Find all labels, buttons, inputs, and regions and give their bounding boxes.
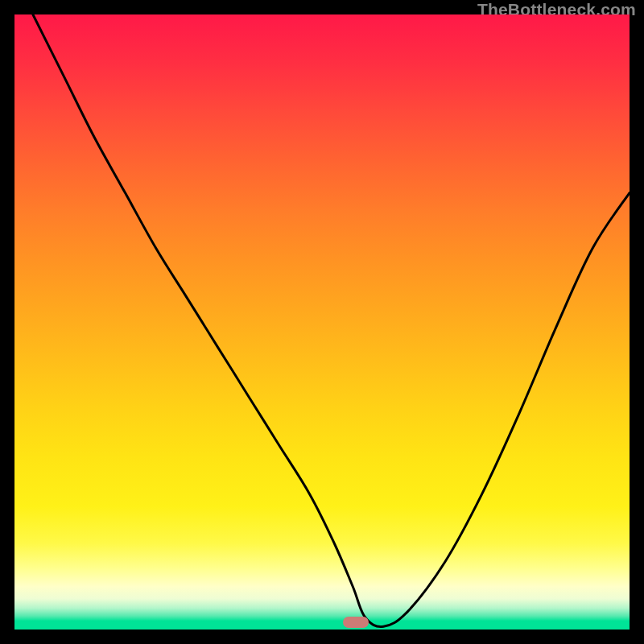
bottleneck-curve xyxy=(33,14,630,626)
chart-stage: TheBottleneck.com xyxy=(0,0,644,644)
curve-svg xyxy=(14,14,630,630)
plot-area xyxy=(14,14,630,630)
optimal-marker xyxy=(343,617,369,628)
